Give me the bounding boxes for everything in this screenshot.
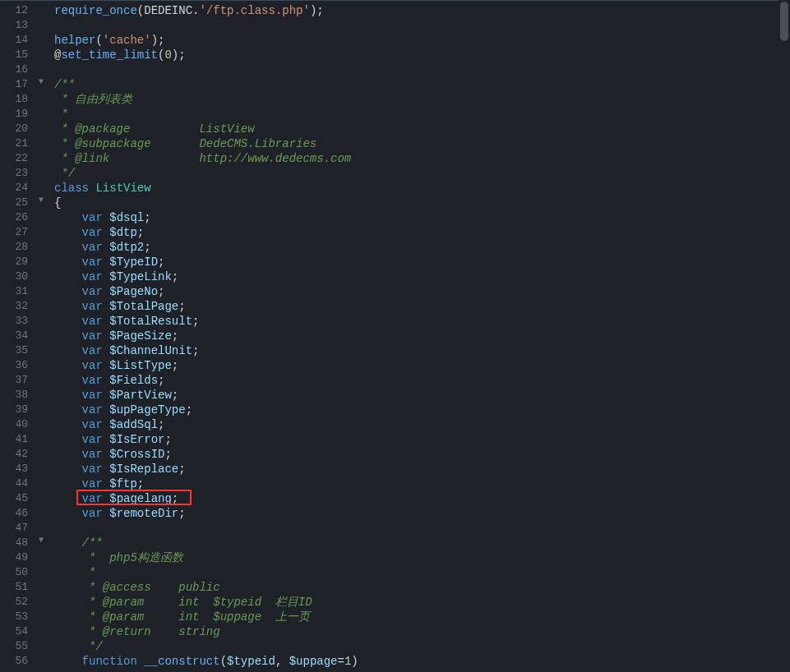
code-line[interactable]: var $dtp; bbox=[54, 225, 783, 240]
code-line[interactable]: var $addSql; bbox=[54, 417, 783, 432]
line-number: 15 bbox=[3, 48, 28, 62]
code-line[interactable]: var $remoteDir; bbox=[54, 506, 783, 521]
fold-marker bbox=[35, 267, 48, 282]
fold-marker[interactable]: ▼ bbox=[35, 193, 48, 208]
code-line[interactable]: * 自由列表类 bbox=[54, 92, 783, 107]
fold-marker bbox=[35, 237, 48, 252]
code-line[interactable] bbox=[54, 62, 783, 77]
code-line[interactable]: require_once(DEDEINC.'/ftp.class.php'); bbox=[54, 3, 783, 18]
line-number: 23 bbox=[3, 166, 28, 181]
fold-marker[interactable]: ▼ bbox=[35, 75, 48, 90]
code-line[interactable]: * @access public bbox=[54, 580, 783, 595]
code-line[interactable]: var $upPageType; bbox=[54, 403, 783, 417]
fold-marker[interactable]: ▼ bbox=[35, 533, 48, 548]
line-number: 54 bbox=[3, 624, 28, 639]
line-number: 26 bbox=[3, 210, 28, 225]
code-line[interactable] bbox=[54, 521, 783, 536]
line-number: 40 bbox=[3, 417, 28, 432]
code-line[interactable]: */ bbox=[54, 639, 783, 654]
code-line[interactable]: /** bbox=[54, 77, 783, 92]
line-number: 46 bbox=[3, 506, 28, 521]
code-line[interactable]: var $TotalPage; bbox=[54, 299, 783, 314]
code-line[interactable]: * @package ListView bbox=[54, 122, 783, 136]
code-line[interactable]: * bbox=[54, 107, 783, 122]
line-number: 21 bbox=[3, 136, 28, 151]
fold-marker bbox=[35, 637, 48, 651]
fold-marker bbox=[35, 223, 48, 237]
fold-marker bbox=[35, 489, 48, 504]
code-line[interactable]: * @subpackage DedeCMS.Libraries bbox=[54, 136, 783, 151]
code-line[interactable]: helper('cache'); bbox=[54, 33, 783, 48]
code-line[interactable]: */ bbox=[54, 166, 783, 181]
fold-marker bbox=[35, 459, 48, 474]
code-line[interactable]: var $PageSize; bbox=[54, 329, 783, 343]
code-line[interactable]: var $dsql; bbox=[54, 210, 783, 225]
fold-marker bbox=[35, 16, 48, 30]
code-line[interactable]: var $TypeLink; bbox=[54, 269, 783, 284]
code-line[interactable] bbox=[54, 18, 783, 33]
code-line[interactable]: * @param int $uppage 上一页 bbox=[54, 610, 783, 624]
code-line[interactable]: * php5构造函数 bbox=[54, 550, 783, 565]
code-line[interactable]: var $IsReplace; bbox=[54, 462, 783, 476]
code-line[interactable]: var $TypeID; bbox=[54, 255, 783, 269]
code-line[interactable]: var $ChannelUnit; bbox=[54, 343, 783, 358]
fold-marker bbox=[35, 45, 48, 60]
fold-marker bbox=[35, 104, 48, 119]
fold-marker bbox=[35, 326, 48, 341]
fold-marker bbox=[35, 163, 48, 178]
line-number: 37 bbox=[3, 373, 28, 388]
code-line[interactable]: var $Fields; bbox=[54, 373, 783, 388]
fold-column[interactable]: ▼▼▼ bbox=[35, 1, 48, 672]
fold-marker bbox=[35, 60, 48, 75]
fold-marker bbox=[35, 474, 48, 489]
fold-marker bbox=[35, 415, 48, 430]
line-number: 49 bbox=[3, 550, 28, 565]
vertical-scrollbar[interactable] bbox=[778, 0, 790, 672]
code-line[interactable]: * @return string bbox=[54, 624, 783, 639]
line-number: 18 bbox=[3, 92, 28, 107]
fold-marker bbox=[35, 119, 48, 134]
line-number: 19 bbox=[3, 107, 28, 122]
code-line[interactable]: var $IsError; bbox=[54, 432, 783, 447]
fold-marker bbox=[35, 385, 48, 400]
line-number: 33 bbox=[3, 314, 28, 329]
line-number: 55 bbox=[3, 639, 28, 654]
code-line[interactable]: var $CrossID; bbox=[54, 447, 783, 462]
code-line[interactable]: var $ListType; bbox=[54, 358, 783, 373]
code-line[interactable]: var $TotalResult; bbox=[54, 314, 783, 329]
line-number: 53 bbox=[3, 610, 28, 624]
scrollbar-thumb[interactable] bbox=[780, 2, 788, 41]
code-line[interactable]: var $pagelang; bbox=[54, 491, 783, 506]
fold-marker bbox=[35, 30, 48, 45]
line-number: 47 bbox=[3, 521, 28, 536]
code-line[interactable]: /** bbox=[54, 536, 783, 550]
code-line[interactable]: * @link http://www.dedecms.com bbox=[54, 151, 783, 166]
code-line[interactable]: @set_time_limit(0); bbox=[54, 48, 783, 62]
fold-marker bbox=[35, 371, 48, 385]
code-editor[interactable]: 1213141516171819202122232425262728293031… bbox=[0, 0, 790, 672]
line-number: 17 bbox=[3, 77, 28, 92]
fold-marker bbox=[35, 607, 48, 622]
line-number: 13 bbox=[3, 18, 28, 33]
code-line[interactable]: var $PageNo; bbox=[54, 284, 783, 299]
code-line[interactable]: { bbox=[54, 196, 783, 210]
line-number: 14 bbox=[3, 33, 28, 48]
line-number: 45 bbox=[3, 491, 28, 506]
code-line[interactable]: * @param int $typeid 栏目ID bbox=[54, 595, 783, 610]
line-number: 12 bbox=[3, 3, 28, 18]
fold-marker bbox=[35, 563, 48, 578]
fold-marker bbox=[35, 578, 48, 592]
line-number: 31 bbox=[3, 284, 28, 299]
code-line[interactable]: var $PartView; bbox=[54, 388, 783, 403]
code-line[interactable]: var $ftp; bbox=[54, 476, 783, 491]
code-line[interactable]: class ListView bbox=[54, 181, 783, 196]
line-number: 42 bbox=[3, 447, 28, 462]
fold-marker bbox=[35, 504, 48, 518]
line-number: 24 bbox=[3, 181, 28, 196]
code-area[interactable]: require_once(DEDEINC.'/ftp.class.php');h… bbox=[48, 1, 790, 672]
line-number: 16 bbox=[3, 62, 28, 77]
code-line[interactable]: var $dtp2; bbox=[54, 240, 783, 255]
code-line[interactable]: * bbox=[54, 565, 783, 580]
line-number: 35 bbox=[3, 343, 28, 358]
code-line[interactable]: function __construct($typeid, $uppage=1) bbox=[54, 654, 783, 669]
